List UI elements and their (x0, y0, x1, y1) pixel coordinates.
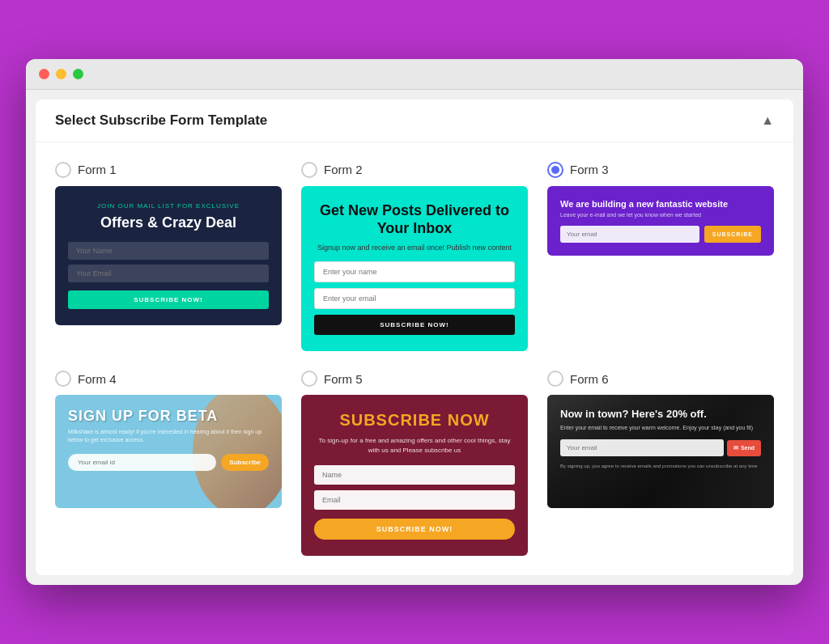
form4-label-text: Form 4 (78, 372, 117, 386)
form-option-2: Form 2 Get New Posts Delivered to Your I… (301, 162, 528, 351)
form3-radio[interactable] (547, 162, 563, 178)
form4-email-input[interactable] (68, 454, 216, 471)
form-option-6: Form 6 Now in town? Here's 20% off. Ente… (547, 371, 774, 556)
form5-name-input[interactable] (314, 465, 515, 485)
form4-submit-button[interactable]: Subscribe (221, 454, 269, 471)
radio-inner-dot (551, 166, 559, 174)
form5-subtitle: To sign-up for a free and amazing offers… (314, 436, 515, 455)
form2-title: Get New Posts Delivered to Your Inbox (314, 202, 515, 237)
form1-label-text: Form 1 (78, 163, 117, 176)
form1-top-text: JOIN OUR MAIL LIST FOR EXCLUSIVE (68, 202, 269, 210)
form1-name-input[interactable] (68, 242, 269, 260)
form6-input-row: ✉ Send (560, 439, 761, 456)
form6-fine-print: By signing up, you agree to receive emai… (560, 463, 761, 469)
form6-btn-label: Send (741, 445, 755, 451)
window-content: Select Subscribe Form Template ▲ Form 1 … (36, 100, 793, 575)
form-option-4: Form 4 SIGN UP FOR BETA Milkshake is alm… (55, 371, 282, 556)
form2-radio[interactable] (301, 162, 317, 178)
close-dot[interactable] (39, 69, 49, 79)
form4-radio[interactable] (55, 371, 71, 387)
form3-subtitle: Leave your e-mail and we let you know wh… (560, 212, 761, 218)
form6-radio[interactable] (547, 371, 563, 387)
form3-input-row: SUBSCRIBE (560, 226, 761, 243)
form2-name-input[interactable] (314, 261, 515, 282)
form2-preview: Get New Posts Delivered to Your Inbox Si… (301, 186, 528, 351)
maximize-dot[interactable] (73, 69, 83, 79)
form5-email-input[interactable] (314, 490, 515, 510)
form1-title: Offers & Crazy Deal (68, 214, 269, 232)
form4-preview: SIGN UP FOR BETA Milkshake is almost rea… (55, 395, 282, 508)
form-option-5: Form 5 SUBSCRIBE NOW To sign-up for a fr… (301, 371, 528, 556)
form2-subtitle: Signup now and receive an email once! Pu… (314, 244, 515, 252)
form6-content: Now in town? Here's 20% off. Enter your … (560, 408, 761, 470)
titlebar (26, 59, 803, 90)
form2-email-input[interactable] (314, 288, 515, 309)
form5-radio[interactable] (301, 371, 317, 387)
form6-subtitle: Enter your email to receive your warm we… (560, 424, 761, 432)
form2-label-text: Form 2 (324, 163, 363, 176)
form4-content: SIGN UP FOR BETA Milkshake is almost rea… (68, 408, 269, 471)
form1-label[interactable]: Form 1 (55, 162, 282, 178)
form4-title: SIGN UP FOR BETA (68, 408, 269, 425)
form1-preview: JOIN OUR MAIL LIST FOR EXCLUSIVE Offers … (55, 186, 282, 325)
form6-label-text: Form 6 (570, 372, 609, 386)
form5-title: SUBSCRIBE NOW (314, 411, 515, 430)
form2-submit-button[interactable]: SUBSCRIBE NOW! (314, 315, 515, 335)
form4-subtitle: Milkshake is almost ready! If you're int… (68, 428, 269, 444)
form6-email-input[interactable] (560, 439, 724, 456)
form5-label-text: Form 5 (324, 372, 363, 386)
dialog-header: Select Subscribe Form Template ▲ (36, 100, 793, 142)
form4-input-row: Subscribe (68, 454, 269, 471)
form-option-3: Form 3 We are building a new fantastic w… (547, 162, 774, 351)
form4-label[interactable]: Form 4 (55, 371, 282, 387)
main-window: Select Subscribe Form Template ▲ Form 1 … (26, 59, 803, 585)
form3-label-text: Form 3 (570, 163, 609, 176)
form3-label[interactable]: Form 3 (547, 162, 774, 178)
form5-submit-button[interactable]: SUBSCRIBE NOW! (314, 519, 515, 540)
form3-title: We are building a new fantastic website (560, 199, 761, 209)
form6-title: Now in town? Here's 20% off. (560, 408, 761, 421)
minimize-dot[interactable] (56, 69, 66, 79)
form3-email-input[interactable] (560, 226, 699, 243)
form6-label[interactable]: Form 6 (547, 371, 774, 387)
dialog-title: Select Subscribe Form Template (55, 112, 267, 129)
form2-label[interactable]: Form 2 (301, 162, 528, 178)
form6-submit-button[interactable]: ✉ Send (727, 440, 761, 456)
form5-preview: SUBSCRIBE NOW To sign-up for a free and … (301, 395, 528, 556)
form1-radio[interactable] (55, 162, 71, 178)
form-option-1: Form 1 JOIN OUR MAIL LIST FOR EXCLUSIVE … (55, 162, 282, 351)
form1-submit-button[interactable]: SUBSCRIBE NOW! (68, 290, 269, 309)
form5-label[interactable]: Form 5 (301, 371, 528, 387)
collapse-button[interactable]: ▲ (761, 113, 774, 128)
form3-submit-button[interactable]: SUBSCRIBE (704, 226, 761, 243)
forms-grid: Form 1 JOIN OUR MAIL LIST FOR EXCLUSIVE … (36, 142, 793, 575)
form3-preview: We are building a new fantastic website … (547, 186, 774, 256)
form1-email-input[interactable] (68, 265, 269, 282)
send-icon: ✉ (733, 445, 738, 451)
form6-preview: Now in town? Here's 20% off. Enter your … (547, 395, 774, 508)
